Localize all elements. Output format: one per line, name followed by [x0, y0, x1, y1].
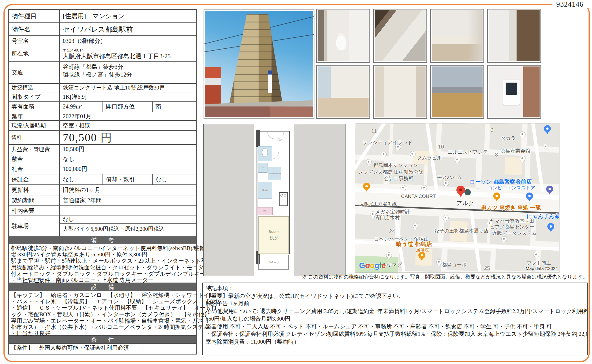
row-value: 2022年01月 — [60, 112, 196, 120]
row-value-2: 南 — [153, 102, 196, 112]
row-label: 保証金 — [9, 174, 60, 184]
row-label-2: 開口部方位 — [103, 102, 153, 112]
postal-code: 〒534-0014 — [63, 48, 84, 53]
map-label: 居酒屋 — [416, 247, 429, 253]
table-row: 町内会費 — [9, 205, 196, 216]
remarks-text: 都島駅徒歩3分・南向きバルコニー/インターネット使用料無料(seiwaBB)/駐… — [9, 244, 196, 283]
place-pin-icon — [410, 151, 415, 157]
row-label: 所在地 — [9, 46, 60, 61]
row-label: 更新料 — [9, 185, 60, 195]
map-label: タカラ — [501, 135, 516, 142]
location-map: ← 11 9 タカラ 7 サンシティアイランド 10 エルエスピアンテ 8 都島… — [355, 123, 559, 273]
place-pin-icon — [520, 156, 525, 161]
row-value: 0303（3階部分） — [60, 36, 196, 46]
table-row: 交通 谷町線「都島」徒歩3分 環状線「桜ノ宮」徒歩12分 — [9, 61, 196, 83]
floorplan-room: Room 6.9 — [258, 216, 289, 254]
parking-line-1: なし — [60, 216, 196, 224]
map-label: レジデンス都島 田中耕造公認 — [358, 169, 424, 176]
map-attribution: Map data ©2024 — [526, 266, 558, 271]
one-way-arrow-icon: ← — [475, 185, 481, 191]
table-row: 共益費・管理費 10,500円 — [9, 144, 196, 154]
row-value: セイワパレス都島駅前 — [60, 23, 196, 35]
map-label: 都島コーポ — [442, 262, 467, 268]
row-label: 礼金 — [9, 164, 60, 174]
row-label: 現況/入居時期 — [9, 121, 60, 130]
floorplan-panel: Ent W Powder room Bath Clo Room 6.9 Balc… — [203, 124, 346, 276]
table-row: 賃料 70,500 円 — [9, 130, 196, 144]
address: 大阪府大阪市都島区都島北通１丁目3-25 — [63, 53, 171, 60]
map-label-lawson: ローソン 都島警察署前店 — [470, 178, 532, 186]
brick-road — [205, 106, 313, 117]
row-label: 賃料 — [9, 131, 60, 144]
row-label: 共益費・管理費 — [9, 145, 60, 154]
table-row: 築年 2022年01月 — [9, 112, 196, 120]
row-value: なし — [60, 154, 196, 164]
google-logo: Google — [359, 261, 386, 270]
place-pin-icon — [436, 259, 442, 265]
map-label-aruku: アルク — [456, 199, 474, 207]
place-pin-icon — [443, 180, 449, 186]
row-value: 24.99m² — [60, 102, 103, 112]
thumb-photo-intercom — [487, 65, 541, 119]
thumb-photo-kitchen — [373, 9, 427, 63]
table-row: 物件種目 [住居用] マンション — [9, 10, 196, 22]
map-label: モスハイム — [437, 174, 462, 181]
special-notes-box: 特記事項： 【重要】最新の空き状況は、公式HP(セイワドットネット)にてご確認下… — [202, 283, 588, 355]
bag-pin-icon — [547, 223, 554, 230]
notes-title: 特記事項： — [206, 285, 584, 292]
map-label: コンビニエンスストア — [488, 185, 535, 191]
property-flyer: { "page": { "id": "9324146", "accent_col… — [0, 0, 592, 364]
map-label: サンシティアイランド — [363, 139, 413, 146]
place-pin-icon — [386, 252, 392, 258]
thumb-photo-entrance-door — [373, 65, 427, 119]
entrance-banner — [268, 70, 272, 93]
floorplan-powder-room: Powder room — [268, 167, 281, 180]
thumb-photo-bathroom — [487, 9, 541, 63]
street-shop — [205, 67, 221, 106]
map-label: 餃子の王将都島本通り店 — [434, 228, 489, 234]
document-id: 9324146 — [552, 0, 588, 8]
place-pin-icon — [520, 132, 525, 137]
row-label: 駐車場 — [9, 216, 60, 236]
parking-line-2: 大型バイク5,500円税込・原付2,200円税込 — [60, 224, 196, 236]
place-pin-icon — [421, 185, 427, 191]
map-block-number: 9 — [490, 127, 494, 133]
floorplan-drawing: Ent W Powder room Bath Clo Room 6.9 Balc… — [254, 124, 294, 276]
intercom-unit — [503, 80, 520, 105]
place-pin-icon — [381, 152, 387, 157]
floorplan-balcony: Balcony — [258, 255, 289, 270]
map-label-rail-line: 大阪メトロ谷町線 — [360, 201, 397, 207]
row-value — [60, 206, 196, 216]
row-label: 敷金 — [9, 154, 60, 164]
table-row: 敷金 なし — [9, 154, 196, 164]
cart-pin-icon — [544, 125, 551, 132]
equipment-text: 【キッチン】 給湯器・ガスコンロ 【水廻り】 浴室乾燥機・シャワートイレ ・バス… — [9, 291, 196, 335]
map-block-number: 25 — [484, 265, 490, 271]
thumb-photo-room-window — [316, 65, 370, 119]
thumb-photo-balcony — [430, 65, 484, 119]
map-label: ピアノ都島センター — [490, 224, 534, 230]
table-row: 間取タイプ 1K[洋6.9] — [9, 92, 196, 101]
restaurant-pin-icon — [363, 183, 370, 190]
table-row: 礼金 100,000円 — [9, 164, 196, 174]
floorplan-closet: Clo — [257, 207, 273, 215]
map-label: 都島岡本マンション — [373, 162, 418, 169]
restaurant-pin-icon — [493, 193, 500, 199]
row-value: 100,000円 — [60, 164, 196, 174]
row-label: 間取タイプ — [9, 92, 60, 101]
rent-value: 70,500 円 — [60, 131, 196, 144]
table-row: 契約期間 普通借家 2年間 — [9, 195, 196, 205]
map-label: 会計士事務所 — [384, 175, 413, 182]
section-header-equipment: 設 備 — [9, 283, 196, 291]
thumb-photo-toilet — [316, 9, 370, 63]
floorplan-bath: Bath — [258, 182, 272, 199]
place-pin-icon — [455, 157, 460, 163]
thumb-photo-hallway — [430, 9, 484, 63]
map-label: エルエスピアンテ — [448, 149, 488, 155]
map-block-number: 7 — [544, 144, 547, 150]
place-pin-icon — [501, 236, 507, 242]
row-label: 物件名 — [9, 23, 60, 35]
floorplan-label-ent: Ent — [277, 138, 282, 142]
transit-line-1: 谷町線「都島」徒歩3分 — [63, 63, 123, 71]
place-pin-icon — [534, 252, 539, 258]
